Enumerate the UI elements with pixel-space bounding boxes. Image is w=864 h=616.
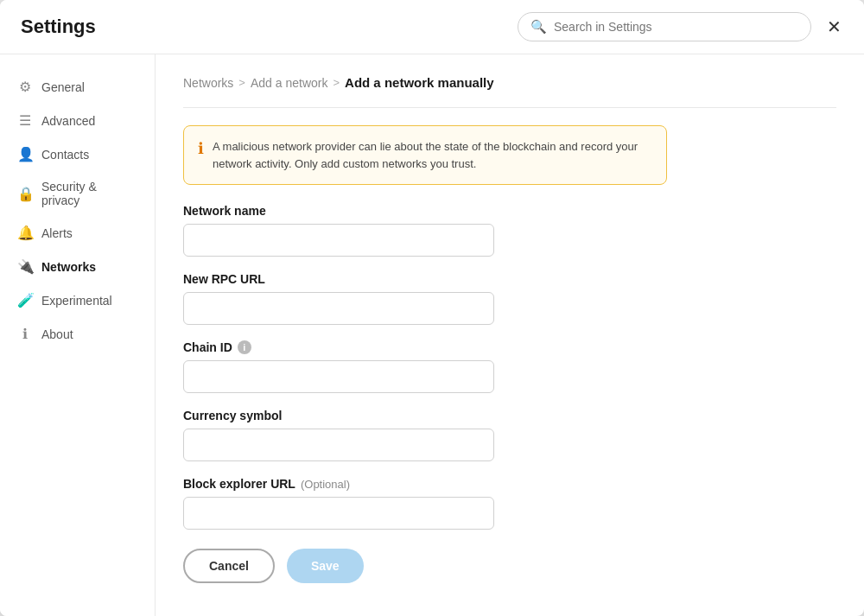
sidebar-label-experimental: Experimental: [41, 294, 112, 308]
sidebar-item-about[interactable]: ℹ About: [0, 317, 155, 351]
breadcrumb: Networks > Add a network > Add a network…: [183, 75, 836, 90]
settings-body: ⚙ General ☰ Advanced 👤 Contacts 🔒 Securi…: [0, 54, 864, 616]
sidebar-item-contacts[interactable]: 👤 Contacts: [0, 137, 155, 171]
settings-title: Settings: [21, 16, 96, 38]
advanced-icon: ☰: [17, 112, 33, 129]
cancel-button[interactable]: Cancel: [183, 549, 275, 583]
sidebar: ⚙ General ☰ Advanced 👤 Contacts 🔒 Securi…: [0, 54, 156, 616]
settings-modal: Settings 🔍 ✕ ⚙ General ☰ Advanced 👤 Cont…: [0, 0, 864, 616]
about-icon: ℹ: [17, 326, 33, 342]
chain-id-group: Chain ID i: [183, 340, 494, 393]
settings-header: Settings 🔍 ✕: [0, 0, 864, 54]
main-content: Networks > Add a network > Add a network…: [156, 54, 864, 616]
chain-id-input[interactable]: [183, 360, 494, 393]
search-input[interactable]: [554, 20, 798, 34]
currency-symbol-group: Currency symbol: [183, 409, 494, 461]
button-row: Cancel Save: [183, 549, 836, 583]
breadcrumb-sep2: >: [333, 76, 340, 89]
warning-icon: ℹ: [198, 139, 204, 158]
rpc-url-label: New RPC URL: [183, 272, 494, 286]
header-right: 🔍 ✕: [518, 12, 847, 41]
bell-icon: 🔔: [17, 225, 33, 241]
close-button[interactable]: ✕: [822, 16, 847, 37]
currency-symbol-input[interactable]: [183, 429, 494, 461]
sidebar-item-experimental[interactable]: 🧪 Experimental: [0, 283, 155, 317]
breadcrumb-divider: [183, 107, 836, 108]
lock-icon: 🔒: [17, 186, 33, 202]
chain-id-label: Chain ID i: [183, 340, 494, 354]
warning-box: ℹ A malicious network provider can lie a…: [183, 125, 667, 185]
sidebar-label-advanced: Advanced: [41, 114, 95, 128]
breadcrumb-networks[interactable]: Networks: [183, 76, 233, 90]
sidebar-item-alerts[interactable]: 🔔 Alerts: [0, 216, 155, 250]
sidebar-item-networks[interactable]: 🔌 Networks: [0, 250, 155, 283]
breadcrumb-current: Add a network manually: [345, 75, 494, 90]
block-explorer-group: Block explorer URL (Optional): [183, 477, 494, 530]
chain-id-info-icon[interactable]: i: [238, 340, 251, 354]
sidebar-item-advanced[interactable]: ☰ Advanced: [0, 104, 155, 137]
gear-icon: ⚙: [17, 79, 33, 95]
save-button[interactable]: Save: [287, 549, 364, 583]
sidebar-label-about: About: [41, 327, 73, 341]
rpc-url-group: New RPC URL: [183, 272, 494, 325]
sidebar-label-networks: Networks: [41, 260, 96, 274]
network-name-input[interactable]: [183, 224, 494, 257]
rpc-url-input[interactable]: [183, 292, 494, 325]
sidebar-item-general[interactable]: ⚙ General: [0, 70, 155, 104]
search-icon: 🔍: [530, 19, 547, 35]
experimental-icon: 🧪: [17, 292, 33, 308]
warning-text: A malicious network provider can lie abo…: [213, 138, 652, 172]
currency-symbol-label: Currency symbol: [183, 409, 494, 422]
networks-icon: 🔌: [17, 258, 33, 275]
breadcrumb-add-network[interactable]: Add a network: [251, 76, 328, 90]
network-name-group: Network name: [183, 204, 494, 257]
sidebar-label-security: Security & privacy: [41, 180, 137, 207]
optional-label: (Optional): [301, 478, 350, 491]
block-explorer-input[interactable]: [183, 497, 494, 530]
add-network-form: Network name New RPC URL Chain ID i Curr…: [183, 204, 836, 583]
sidebar-item-security[interactable]: 🔒 Security & privacy: [0, 171, 155, 216]
sidebar-label-alerts: Alerts: [41, 226, 73, 240]
network-name-label: Network name: [183, 204, 494, 218]
block-explorer-label: Block explorer URL (Optional): [183, 477, 494, 491]
contacts-icon: 👤: [17, 146, 33, 162]
breadcrumb-sep1: >: [238, 76, 245, 89]
sidebar-label-contacts: Contacts: [41, 148, 89, 162]
sidebar-label-general: General: [41, 80, 85, 94]
search-box[interactable]: 🔍: [518, 12, 811, 41]
